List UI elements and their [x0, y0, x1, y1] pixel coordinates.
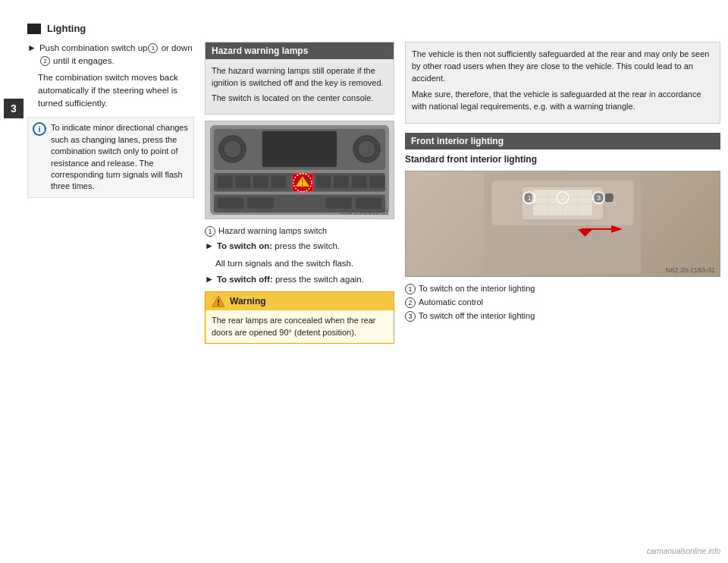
instruction-2-text: The combination switch moves back automa…	[38, 71, 194, 109]
warning-triangle-icon	[212, 294, 225, 308]
lighting-heading: Lighting	[27, 23, 720, 34]
arrow-icon-off: ►	[205, 274, 214, 286]
standard-front-subheading: Standard front interior lighting	[405, 154, 720, 165]
advisory-para1: The vehicle is then not sufficiently saf…	[412, 49, 714, 85]
warning-title: Warning	[230, 296, 266, 307]
svg-text:3: 3	[597, 195, 601, 203]
svg-rect-8	[218, 176, 233, 188]
interior-item-text: To switch on the interior lighting	[419, 283, 535, 294]
warning-content: The rear lamps are concealed when the re…	[206, 310, 394, 343]
advisory-para2: Make sure, therefore, that the vehicle i…	[412, 89, 714, 113]
arrow-icon-on: ►	[205, 241, 214, 253]
interior-svg: 1 2 3	[483, 173, 642, 274]
switch-off-text: To switch off: press the switch again.	[217, 273, 364, 286]
hazard-switch-label: Hazard warning lamps switch	[218, 225, 327, 237]
hazard-header: Hazard warning lamps	[206, 42, 394, 59]
console-image-label: N54 25-2919-31	[340, 209, 389, 216]
col-right: The vehicle is then not sufficiently saf…	[405, 42, 720, 540]
num-circle-1: 1	[205, 226, 215, 237]
front-interior-header: Front interior lighting	[405, 133, 720, 149]
advisory-box: The vehicle is then not sufficiently saf…	[405, 42, 720, 124]
hazard-switch-item: 1 Hazard warning lamps switch	[205, 225, 394, 237]
svg-rect-24	[325, 197, 351, 209]
svg-rect-20	[369, 176, 384, 188]
info-icon: i	[33, 122, 46, 136]
interior-item: 1 To switch on the interior lighting	[405, 283, 720, 294]
switch-on-text: To switch on: press the switch.	[217, 240, 340, 253]
warning-box: Warning The rear lamps are concealed whe…	[205, 291, 394, 344]
interior-lighting-image: 1 2 3 N82 20-2183-31	[405, 171, 720, 277]
page-container: 3 Lighting ► Push combination switch up1…	[0, 0, 728, 563]
svg-rect-6	[262, 131, 337, 167]
col-middle: Hazard warning lamps The hazard warning …	[205, 42, 394, 540]
interior-num-circle: 1	[405, 284, 416, 294]
interior-num-circle: 3	[405, 311, 416, 322]
console-svg	[209, 125, 390, 215]
hazard-para2: The switch is located on the center cons…	[212, 93, 388, 105]
svg-rect-19	[352, 176, 367, 188]
svg-text:2: 2	[561, 195, 565, 203]
hazard-para1: The hazard warning lamps still operate i…	[212, 65, 388, 90]
sidebar: 3	[0, 15, 27, 548]
columns: ► Push combination switch up1 or down2 u…	[27, 42, 720, 540]
svg-rect-18	[334, 176, 349, 188]
interior-item-text: To switch off the interior lighting	[419, 310, 535, 322]
switch-off-item: ► To switch off: press the switch again.	[205, 273, 394, 286]
flash-text: All turn signals and the switch flash.	[215, 257, 394, 270]
circle-2: 2	[40, 56, 50, 66]
svg-rect-17	[316, 176, 331, 188]
warning-header: Warning	[206, 292, 394, 310]
interior-image-label: N82 20-2183-31	[666, 266, 715, 274]
heading-bar-icon	[27, 24, 41, 34]
hazard-content: The hazard warning lamps still operate i…	[206, 59, 394, 114]
svg-point-5	[358, 140, 376, 158]
lighting-heading-text: Lighting	[47, 23, 86, 34]
svg-rect-10	[253, 176, 268, 188]
svg-rect-22	[218, 197, 243, 209]
main-content: Lighting ► Push combination switch up1 o…	[27, 15, 728, 548]
interior-items-list: 1 To switch on the interior lighting 2 A…	[405, 283, 720, 322]
svg-rect-11	[271, 176, 287, 188]
hazard-box: Hazard warning lamps The hazard warning …	[205, 42, 394, 115]
svg-point-15	[302, 184, 303, 185]
info-box-text: To indicate minor directional changes su…	[51, 122, 189, 192]
instruction-1-text: Push combination switch up1 or down2 unt…	[39, 42, 194, 67]
svg-point-28	[218, 304, 219, 306]
svg-text:1: 1	[528, 195, 532, 203]
interior-item: 2 Automatic control	[405, 297, 720, 308]
chapter-number: 3	[4, 99, 24, 118]
svg-rect-9	[235, 176, 250, 188]
switch-on-item: ► To switch on: press the switch.	[205, 240, 394, 253]
arrow-icon-1: ►	[27, 42, 36, 67]
svg-rect-25	[356, 197, 381, 209]
info-box: i To indicate minor directional changes …	[27, 117, 194, 197]
svg-rect-23	[247, 197, 273, 209]
interior-num-circle: 2	[405, 297, 416, 308]
watermark: carmanualsonline.info	[647, 547, 720, 555]
col-left: ► Push combination switch up1 or down2 u…	[27, 42, 194, 540]
svg-point-3	[224, 140, 242, 158]
circle-1: 1	[148, 43, 158, 53]
interior-item: 3 To switch off the interior lighting	[405, 310, 720, 322]
svg-rect-40	[605, 194, 613, 202]
center-console-image: N54 25-2919-31	[205, 121, 394, 219]
interior-item-text: Automatic control	[419, 297, 483, 308]
instruction-1: ► Push combination switch up1 or down2 u…	[27, 42, 194, 67]
